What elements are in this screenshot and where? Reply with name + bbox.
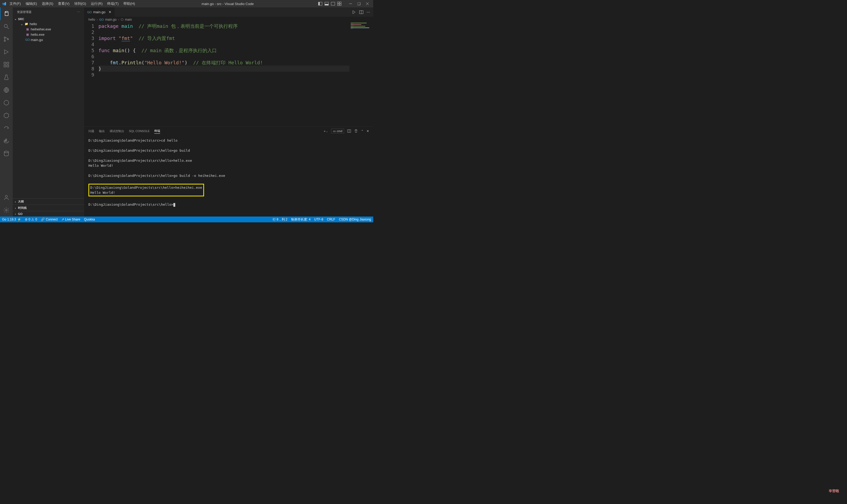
kubernetes-icon[interactable] — [0, 109, 13, 122]
status-cursor[interactable]: 行 8，列 2 — [273, 217, 287, 222]
remote-icon[interactable] — [0, 84, 13, 96]
github-icon[interactable] — [0, 96, 13, 109]
panel-tab[interactable]: 问题 — [88, 129, 94, 134]
svg-marker-24 — [4, 113, 9, 118]
menu-item[interactable]: 查看(V) — [56, 0, 71, 7]
section-go[interactable]: ›GO — [13, 211, 84, 217]
svg-point-16 — [4, 40, 5, 41]
svg-point-28 — [4, 151, 8, 153]
tab-main-go[interactable]: GO main.go ✕ — [84, 7, 115, 17]
tree-file[interactable]: ▦ hello.exe — [13, 32, 84, 37]
sidebar-title: 资源管理器 — [17, 10, 32, 14]
svg-rect-20 — [7, 65, 9, 67]
svg-point-15 — [4, 37, 5, 38]
layout-panel-icon[interactable] — [325, 2, 329, 6]
status-quokka[interactable]: Quokka — [84, 218, 95, 221]
panel-tab[interactable]: 输出 — [99, 129, 105, 134]
menu-item[interactable]: 选择(S) — [40, 0, 55, 7]
status-eol[interactable]: CRLF — [327, 218, 335, 221]
editor-area: GO main.go ✕ ⋯ hello› GO main.go› ⬡ main — [84, 7, 373, 217]
terminal-profile[interactable]: ▭cmd — [331, 129, 344, 133]
svg-rect-19 — [4, 65, 6, 67]
svg-line-14 — [7, 27, 9, 29]
status-liveshare[interactable]: ↗Live Share — [61, 218, 80, 221]
panel-tab[interactable]: SQL CONSOLE — [129, 129, 149, 133]
settings-gear-icon[interactable] — [0, 204, 13, 217]
svg-rect-25 — [4, 140, 5, 141]
svg-rect-21 — [7, 62, 9, 64]
menu-item[interactable]: 帮助(H) — [121, 0, 137, 7]
status-connect[interactable]: 🔗Connect — [41, 218, 58, 221]
svg-rect-3 — [325, 4, 328, 5]
svg-point-29 — [5, 195, 7, 197]
bottom-panel: 问题输出调试控制台SQL CONSOLE终端 ＋⌄ ▭cmd ⌃ ✕ D:\Di… — [84, 127, 373, 217]
database-icon[interactable] — [0, 147, 13, 160]
close-icon[interactable]: ✕ — [109, 10, 111, 14]
svg-point-23 — [4, 100, 9, 105]
docker-icon[interactable] — [0, 134, 13, 147]
terminal[interactable]: D:\DingJiaxiong\GolandProjects\src>cd he… — [84, 135, 373, 217]
menu-item[interactable]: 转到(G) — [72, 0, 88, 7]
sidebar-more-icon[interactable]: ⋯ — [77, 10, 80, 14]
svg-rect-5 — [338, 2, 339, 3]
status-go[interactable]: Go 1.19.3 ⚡ — [2, 218, 21, 221]
close-panel-icon[interactable]: ✕ — [366, 129, 369, 133]
menu-item[interactable]: 终端(T) — [105, 0, 121, 7]
layout-sidebar-right-icon[interactable] — [331, 2, 335, 6]
account-icon[interactable] — [0, 191, 13, 204]
panel-tab[interactable]: 调试控制台 — [110, 129, 124, 134]
source-control-icon[interactable] — [0, 33, 13, 46]
go-file-icon: GO — [99, 17, 104, 22]
svg-rect-8 — [340, 4, 341, 5]
minimap[interactable] — [349, 22, 373, 127]
share-icon[interactable] — [0, 122, 13, 134]
svg-rect-7 — [338, 4, 339, 5]
tree-file[interactable]: ▦ heiheihei.exe — [13, 26, 84, 32]
testing-icon[interactable] — [0, 71, 13, 84]
exe-file-icon: ▦ — [25, 27, 30, 31]
menu-item[interactable]: 文件(F) — [7, 0, 23, 7]
run-icon[interactable] — [352, 10, 356, 14]
section-outline[interactable]: ›大纲 — [13, 198, 84, 204]
go-file-icon: GO — [25, 38, 30, 42]
trash-icon[interactable] — [354, 129, 358, 133]
split-terminal-icon[interactable] — [347, 129, 351, 133]
svg-rect-18 — [4, 62, 6, 64]
tree-folder-hello[interactable]: ⌄ 📁 hello — [13, 21, 84, 26]
svg-rect-27 — [5, 139, 6, 140]
folder-icon: 📁 — [24, 22, 29, 26]
extensions-icon[interactable] — [0, 58, 13, 71]
customize-layout-icon[interactable] — [337, 2, 341, 6]
svg-rect-4 — [331, 2, 335, 5]
maximize-button[interactable] — [355, 0, 363, 7]
status-indent[interactable]: 制表符长度: 4 — [291, 217, 310, 222]
breadcrumb[interactable]: hello› GO main.go› ⬡ main — [84, 17, 373, 22]
svg-point-13 — [4, 24, 7, 28]
tab-bar: GO main.go ✕ ⋯ — [84, 7, 373, 17]
split-editor-icon[interactable] — [359, 10, 363, 14]
status-problems[interactable]: ⊘0 ⚠0 — [25, 218, 37, 221]
section-timeline[interactable]: ›时间线 — [13, 204, 84, 211]
tree-root[interactable]: ⌄SRC — [13, 17, 84, 21]
status-encoding[interactable]: UTF-8 — [314, 218, 323, 221]
menu-item[interactable]: 运行(R) — [89, 0, 105, 7]
vscode-icon — [2, 2, 6, 6]
explorer-sidebar: 资源管理器 ⋯ ⌄SRC ⌄ 📁 hello ▦ heiheihei.exe ▦ — [13, 7, 84, 217]
chevron-up-icon[interactable]: ⌃ — [361, 129, 363, 133]
menu-item[interactable]: 编辑(E) — [23, 0, 39, 7]
search-icon[interactable] — [0, 20, 13, 33]
panel-tab[interactable]: 终端 — [154, 128, 160, 134]
run-debug-icon[interactable] — [0, 46, 13, 58]
more-icon[interactable]: ⋯ — [366, 10, 370, 14]
tree-file[interactable]: GO main.go — [13, 37, 84, 42]
code-editor[interactable]: 123456789 package main // 声明main 包，表明当前是… — [84, 22, 349, 127]
symbol-icon: ⬡ — [121, 18, 123, 21]
explorer-icon[interactable] — [0, 7, 13, 20]
close-button[interactable] — [364, 0, 371, 7]
minimize-button[interactable] — [347, 0, 354, 7]
window-title: main.go - src - Visual Studio Code — [137, 2, 318, 6]
svg-rect-10 — [358, 2, 360, 5]
layout-sidebar-left-icon[interactable] — [318, 2, 322, 6]
go-file-icon: GO — [87, 10, 92, 14]
new-terminal-icon[interactable]: ＋⌄ — [323, 129, 328, 133]
